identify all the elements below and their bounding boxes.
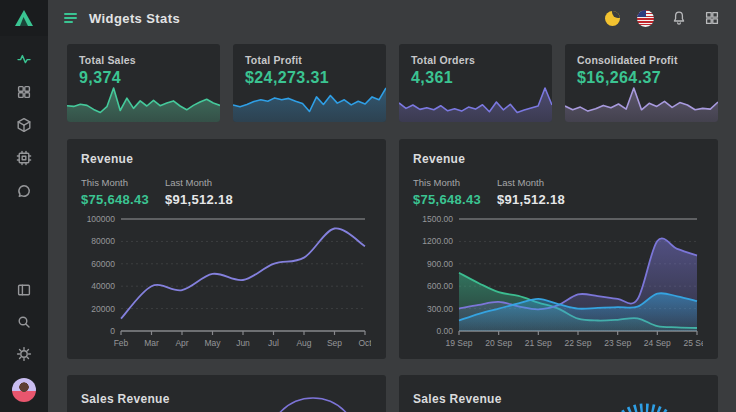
svg-text:60000: 60000 [91,259,115,269]
total-orders-card: Total Orders 4,361 [399,44,552,122]
sidebar-item-search[interactable] [16,314,32,330]
svg-text:May: May [204,338,221,348]
revenue-legend: This Month $75,648.43 Last Month $91,512… [81,177,372,207]
svg-text:0: 0 [110,326,115,336]
svg-text:21 Sep: 21 Sep [525,338,552,348]
bell-icon [671,10,687,26]
bottom-cards-row: Sales Revenue $9,641.26 Sales Revenue $9… [67,375,718,412]
sidebar-bottom [12,282,36,412]
sidebar-item-dashboard[interactable] [16,84,32,100]
revenue-panel-daily: Revenue This Month $75,648.43 Last Month… [399,139,718,359]
svg-text:300.00: 300.00 [427,304,453,314]
sidebar-item-settings[interactable] [16,346,32,362]
revenue-legend: This Month $75,648.43 Last Month $91,512… [413,177,704,207]
menu-toggle-icon[interactable] [62,11,79,25]
this-month-label: This Month [413,177,497,188]
sales-revenue-card-right: Sales Revenue $9,641.26 [399,375,718,412]
main-area: Widgets Stats [48,0,736,412]
svg-text:1500.00: 1500.00 [422,214,453,224]
sidebar-item-messages[interactable] [16,183,32,199]
activity-icon [16,51,32,67]
svg-text:Mar: Mar [144,338,159,348]
panel-title: Revenue [413,152,704,166]
total-sales-card: Total Sales 9,374 [67,44,220,122]
us-flag-language-icon[interactable] [637,10,654,27]
app-logo[interactable] [0,0,48,36]
svg-text:20 Sep: 20 Sep [485,338,512,348]
revenue-panel-monthly: Revenue This Month $75,648.43 Last Month… [67,139,386,359]
svg-text:Oct: Oct [358,338,371,348]
svg-text:Jun: Jun [236,338,250,348]
cpu-icon [16,150,32,166]
stat-label: Total Orders [411,54,540,66]
panel-title: Revenue [81,152,372,166]
this-month-label: This Month [81,177,165,188]
sidebar-nav [16,36,32,199]
user-avatar[interactable] [12,378,36,402]
last-month-label: Last Month [165,177,249,188]
dark-mode-moon-icon[interactable] [605,11,620,26]
logo-triangle-icon [13,7,35,29]
consolidated-sparkline-chart [565,84,718,122]
svg-text:Apr: Apr [175,338,188,348]
top-header: Widgets Stats [48,0,736,36]
sidebar-item-activity[interactable] [16,51,32,67]
sidebar-item-components[interactable] [16,150,32,166]
page-title: Widgets Stats [89,11,180,26]
content: Total Sales 9,374 Total Profit $24,273.3… [48,36,736,412]
notifications-bell[interactable] [671,10,687,26]
svg-text:22 Sep: 22 Sep [565,338,592,348]
svg-text:Sep: Sep [327,338,342,348]
this-month-value: $75,648.43 [413,192,497,207]
layout-icon [16,282,32,298]
sales-sparkline-chart [67,84,220,122]
chat-icon [16,183,32,199]
gear-icon [16,346,32,362]
svg-text:100000: 100000 [87,214,116,224]
svg-text:1200.00: 1200.00 [422,236,453,246]
profit-sparkline-chart [233,84,386,122]
svg-text:Aug: Aug [296,338,311,348]
sales-revenue-card-left: Sales Revenue $9,641.26 [67,375,386,412]
stat-label: Consolidated Profit [577,54,706,66]
revenue-area-chart: 0.00300.00600.00900.001200.001500.0019 S… [413,211,703,351]
revenue-line-chart: 020000400006000080000100000FebMarAprMayJ… [81,211,371,351]
stat-label: Total Profit [245,54,374,66]
gauge-chart-preview [580,381,710,412]
donut-chart-preview [248,381,378,412]
svg-text:23 Sep: 23 Sep [604,338,631,348]
svg-text:80000: 80000 [91,236,115,246]
revenue-panels-row: Revenue This Month $75,648.43 Last Month… [67,139,718,359]
stat-cards-row: Total Sales 9,374 Total Profit $24,273.3… [67,44,718,122]
total-profit-card: Total Profit $24,273.31 [233,44,386,122]
svg-text:25 Sep: 25 Sep [684,338,703,348]
svg-text:900.00: 900.00 [427,259,453,269]
last-month-value: $91,512.18 [497,192,581,207]
svg-text:20000: 20000 [91,304,115,314]
this-month-value: $75,648.43 [81,192,165,207]
apps-menu[interactable] [704,10,720,26]
svg-text:Jul: Jul [268,338,279,348]
grid-icon [16,84,32,100]
svg-text:19 Sep: 19 Sep [446,338,473,348]
svg-text:40000: 40000 [91,281,115,291]
sidebar-item-layout[interactable] [16,282,32,298]
orders-sparkline-chart [399,84,552,122]
sidebar [0,0,48,412]
stat-label: Total Sales [79,54,208,66]
last-month-label: Last Month [497,177,581,188]
search-icon [16,314,32,330]
consolidated-profit-card: Consolidated Profit $16,264.37 [565,44,718,122]
svg-text:Feb: Feb [114,338,129,348]
svg-text:0.00: 0.00 [436,326,453,336]
header-actions [605,10,720,27]
box-icon [16,117,32,133]
apps-grid-icon [704,10,720,26]
last-month-value: $91,512.18 [165,192,249,207]
svg-text:24 Sep: 24 Sep [644,338,671,348]
svg-text:600.00: 600.00 [427,281,453,291]
sidebar-item-widgets[interactable] [16,117,32,133]
